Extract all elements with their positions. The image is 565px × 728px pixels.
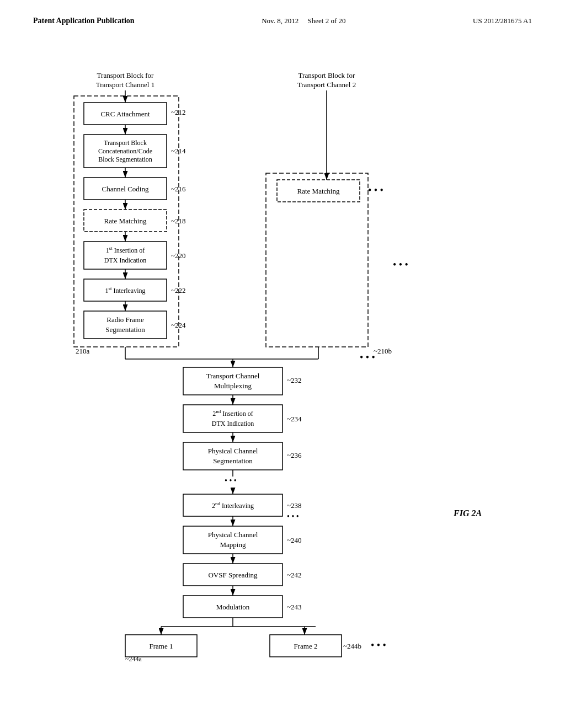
dots-il2: • • • bbox=[287, 512, 299, 521]
rfs-label1: Radio Frame bbox=[106, 315, 144, 324]
rm2-label: Rate Matching bbox=[297, 187, 340, 195]
ref-210a: 210a bbox=[76, 347, 90, 355]
frame1-label: Frame 1 bbox=[150, 642, 173, 650]
rm1-label: Rate Matching bbox=[104, 217, 147, 225]
dtx2-box bbox=[183, 405, 282, 432]
pcm-label2: Mapping bbox=[220, 540, 246, 549]
pcm-ref: ~240 bbox=[287, 536, 302, 544]
rfs-label2: Segmentation bbox=[105, 325, 145, 334]
crc-label: CRC Attachment bbox=[100, 110, 150, 118]
pcs-label1: Physical Channel bbox=[208, 447, 258, 455]
frame2-ref: ~244b bbox=[343, 642, 361, 650]
dtx1-box bbox=[84, 242, 167, 269]
fig-label: FIG 2A bbox=[453, 508, 482, 518]
dtx2-label2: DTX Indication bbox=[212, 420, 254, 427]
dots-frames: • • • bbox=[371, 640, 386, 651]
header-right: US 2012/281675 A1 bbox=[473, 17, 532, 25]
dtx2-label1: 2nd Insertion of bbox=[212, 409, 253, 417]
tb1-label: Transport Block for bbox=[97, 71, 154, 79]
tcm-label2: Multiplexing bbox=[214, 382, 252, 390]
box-210b bbox=[266, 173, 368, 347]
tcm-ref: ~232 bbox=[287, 376, 302, 384]
tbc-label3: Block Segmentation bbox=[98, 156, 152, 163]
page: Patent Application Publication Nov. 8, 2… bbox=[0, 0, 565, 728]
diagram-container: Transport Block for Transport Channel 1 … bbox=[33, 47, 532, 682]
tb2-label2: Transport Channel 2 bbox=[297, 81, 356, 89]
diagram-svg: Transport Block for Transport Channel 1 … bbox=[33, 47, 532, 682]
pcs-label2: Segmentation bbox=[213, 457, 253, 465]
tb1-label2: Transport Channel 1 bbox=[96, 81, 154, 89]
tcm-label1: Transport Channel bbox=[206, 372, 260, 380]
dtx2-ref: ~234 bbox=[287, 415, 302, 423]
ovsf-ref: ~242 bbox=[287, 571, 302, 579]
pcs-ref: ~236 bbox=[287, 451, 302, 459]
mod-ref: ~243 bbox=[287, 603, 302, 611]
header-left: Patent Application Publication bbox=[33, 17, 135, 25]
dtx1-label2: DTX Indication bbox=[104, 256, 146, 264]
rm2-dots: • • • bbox=[368, 185, 383, 196]
il1-label: 1st Interleaving bbox=[105, 286, 146, 295]
tbc-label1: Transport Block bbox=[104, 139, 147, 147]
ovsf-label: OVSF Spreading bbox=[208, 571, 258, 579]
page-header: Patent Application Publication Nov. 8, 2… bbox=[33, 17, 532, 25]
tbc-label2: Concatenation/Code bbox=[98, 147, 152, 155]
ref-210b: ~210b bbox=[374, 347, 392, 355]
cc-label: Channel Coding bbox=[102, 185, 149, 193]
tb2-label: Transport Block for bbox=[299, 71, 355, 79]
dots-right: • • • bbox=[393, 259, 408, 270]
il2-ref: ~238 bbox=[287, 501, 302, 510]
frame2-label: Frame 2 bbox=[294, 642, 318, 650]
dtx1-label1: 1st Insertion of bbox=[106, 245, 145, 254]
frame1-ref: ~244a bbox=[125, 655, 142, 663]
header-sheet: Sheet 2 of 20 bbox=[308, 17, 346, 25]
dots-pcs: • • • bbox=[225, 477, 237, 485]
header-center: Nov. 8, 2012 Sheet 2 of 20 bbox=[262, 17, 345, 25]
mod-label: Modulation bbox=[216, 603, 250, 611]
header-date: Nov. 8, 2012 bbox=[262, 17, 299, 25]
dots-tcm: • • • bbox=[360, 352, 375, 363]
pcm-label1: Physical Channel bbox=[208, 531, 258, 539]
il2-label: 2nd Interleaving bbox=[212, 501, 254, 510]
